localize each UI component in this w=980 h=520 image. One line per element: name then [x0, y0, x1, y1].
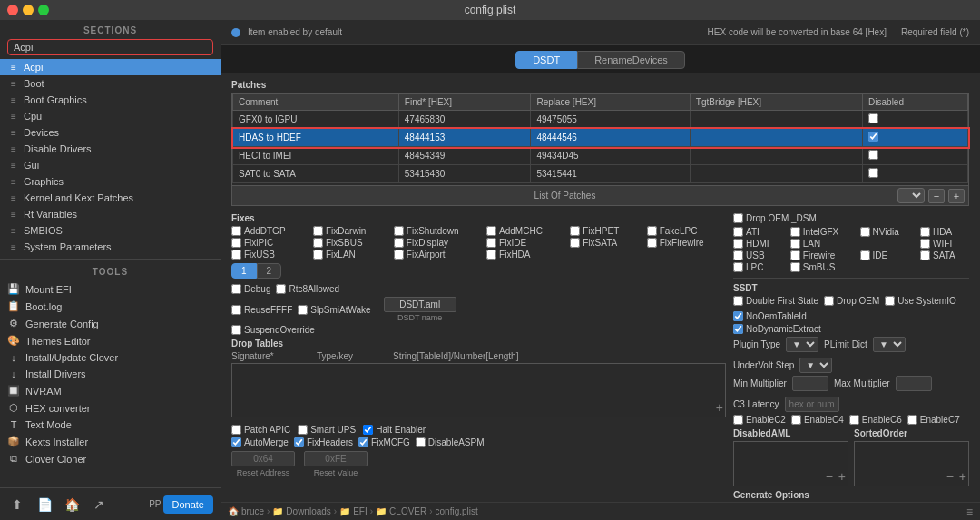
cb-drop-oem: Drop OEM	[824, 296, 879, 306]
cell-comment: HDAS to HDEF	[233, 129, 399, 147]
bottom-toolbar: ⬆ 📄 🏠 ↗ PP Donate	[0, 487, 220, 520]
sidebar-item-boot[interactable]: ≡ Boot	[0, 75, 220, 92]
disabled-aml-plus[interactable]: +	[838, 469, 846, 484]
table-row[interactable]: HECI to IMEI 48454349 49434D45	[233, 147, 968, 165]
close-button[interactable]	[7, 5, 18, 15]
page-tab-2[interactable]: 2	[257, 263, 282, 279]
cb-addmchc: AddMCHC	[486, 226, 564, 236]
sidebar-tool-themes[interactable]: 🎨 Themes Editor	[0, 332, 220, 349]
cb-label: AddDTGP	[244, 226, 286, 236]
cell-comment: GFX0 to IGPU	[233, 111, 399, 129]
sidebar-tool-install-drivers[interactable]: ↓ Install Drivers	[0, 366, 220, 382]
table-row-selected[interactable]: HDAS to HDEF 48444153 48444546	[233, 129, 968, 147]
cell-tgtbridge	[690, 129, 862, 147]
min-mult-input[interactable]	[792, 376, 828, 391]
cb-fixsata: FixSATA	[570, 238, 641, 248]
bc-icon-home: 🏠	[228, 506, 239, 516]
sidebar-tool-kexts[interactable]: 📦 Kexts Installer	[0, 433, 220, 450]
cb-suspend: SuspendOverride	[231, 325, 315, 335]
sidebar-tool-clover-cloner[interactable]: ⧉ Clover Cloner	[0, 450, 220, 467]
search-input[interactable]	[7, 39, 213, 55]
toolbar-icon-1[interactable]: ⬆	[7, 495, 27, 515]
fix-mcfg-label: FixMCFG	[371, 437, 410, 447]
reset-val-input[interactable]	[304, 451, 368, 466]
col-comment: Comment	[233, 94, 399, 111]
clover-cloner-icon: ⧉	[7, 453, 20, 465]
sidebar-item-boot-graphics[interactable]: ≡ Boot Graphics	[0, 92, 220, 108]
ssdt-section: SSDT Double First State Drop OEM Use Sys…	[733, 283, 969, 502]
toolbar-icon-2[interactable]: 📄	[34, 495, 54, 515]
cb-intelgfx: IntelGFX	[790, 227, 853, 237]
minimize-button[interactable]	[23, 5, 34, 15]
table-minus-btn[interactable]: −	[928, 189, 945, 203]
sorted-order-plus[interactable]: +	[959, 469, 966, 484]
maximize-button[interactable]	[38, 5, 49, 15]
drop-tables-plus[interactable]: +	[716, 400, 723, 415]
cb-firewire: Firewire	[790, 250, 853, 260]
sidebar-item-cpu[interactable]: ≡ Cpu	[0, 108, 220, 124]
sorted-order-minus[interactable]: −	[946, 469, 954, 484]
cell-disabled	[863, 147, 968, 165]
right-panel: Drop OEM _DSM ATI IntelGFX NVidia HDA HD…	[733, 213, 969, 502]
sidebar-item-acpi[interactable]: ≡ Acpi	[0, 59, 220, 75]
undervolt-select[interactable]: ▼	[799, 358, 832, 373]
sidebar-item-devices[interactable]: ≡ Devices	[0, 124, 220, 141]
sidebar-item-kernel-kext[interactable]: ≡ Kernel and Kext Patches	[0, 190, 220, 206]
sidebar-tool-gen-config[interactable]: ⚙ Generate Config	[0, 315, 220, 332]
content-area: Patches Comment Find* [HEX] Replace [HEX…	[220, 73, 980, 502]
sidebar-tool-text-mode[interactable]: T Text Mode	[0, 417, 220, 433]
col-tgtbridge: TgtBridge [HEX]	[690, 94, 862, 111]
cb-patch-apic: Patch APIC	[231, 425, 290, 435]
sidebar-tool-install-clover[interactable]: ↓ Install/Update Clover	[0, 349, 220, 366]
dsdt-file-input[interactable]	[384, 297, 456, 312]
sidebar-tool-mount-efi[interactable]: 💾 Mount EFI	[0, 280, 220, 298]
sidebar-item-sys-params[interactable]: ≡ System Parameters	[0, 239, 220, 255]
plimit-select[interactable]: ▼	[873, 337, 906, 352]
cb-enable-c6: EnableC6	[849, 415, 902, 425]
sidebar-item-smbios[interactable]: ≡ SMBIOS	[0, 222, 220, 239]
sidebar-item-graphics[interactable]: ≡ Graphics	[0, 173, 220, 190]
tool-label: NVRAM	[25, 386, 62, 397]
disable-aspm-label: DisableASPM	[428, 437, 485, 447]
patches-dropdown[interactable]	[897, 188, 925, 203]
toolbar-icon-3[interactable]: 🏠	[62, 495, 82, 515]
sidebar-item-gui[interactable]: ≡ Gui	[0, 157, 220, 173]
patch-apic-row: Patch APIC Smart UPS Halt Enabler	[231, 425, 726, 435]
c3-lat-input[interactable]	[785, 397, 839, 412]
list-of-patches-label: List Of Patches	[236, 191, 894, 201]
cb-auto-merge: AutoMerge	[231, 437, 289, 447]
donate-button[interactable]: Donate	[163, 495, 213, 514]
sidebar-item-label: Gui	[24, 160, 39, 171]
table-row[interactable]: GFX0 to IGPU 47465830 49475055	[233, 111, 968, 129]
sidebar-item-rt-vars[interactable]: ≡ Rt Variables	[0, 206, 220, 222]
toolbar-icon-4[interactable]: ↗	[89, 495, 109, 515]
reset-addr-input[interactable]	[231, 451, 295, 466]
disabled-aml-minus[interactable]: −	[826, 469, 833, 484]
table-row[interactable]: SAT0 to SATA 53415430 53415441	[233, 165, 968, 183]
drop-tables-header: Signature* Type/key String[TableId]/Numb…	[231, 351, 726, 361]
smbios-icon: ≡	[7, 226, 20, 236]
rtc8-label: Rtc8Allowed	[289, 284, 339, 294]
cb-fixusb: FixUSB	[231, 250, 308, 260]
cb-fixfirewire: FixFirewire	[647, 238, 726, 248]
undervolt-label: UnderVolt Step	[733, 360, 794, 370]
page-tab-1[interactable]: 1	[231, 263, 257, 279]
titlebar: config.plist	[0, 0, 980, 20]
tab-rename-devices[interactable]: RenameDevices	[577, 51, 685, 69]
sidebar-tool-hex-converter[interactable]: ⬡ HEX converter	[0, 399, 220, 417]
plugin-type-select[interactable]: ▼	[786, 337, 818, 352]
cb-use-sys: Use SystemIO	[885, 296, 956, 306]
max-mult-input[interactable]	[896, 376, 932, 391]
sidebar-tool-nvram[interactable]: 🔲 NVRAM	[0, 382, 220, 399]
table-plus-btn[interactable]: +	[948, 189, 965, 203]
cb-label: FixSATA	[583, 238, 617, 248]
sorted-order-area: − +	[854, 441, 969, 486]
cb-fixsbus: FixSBUS	[313, 238, 388, 248]
cb-wifi: WIFI	[920, 239, 969, 249]
sidebar-tool-bootlog[interactable]: 📋 Boot.log	[0, 298, 220, 315]
sidebar-item-disable-drivers[interactable]: ≡ Disable Drivers	[0, 141, 220, 157]
cb-debug: Debug	[231, 284, 270, 294]
tab-dsdt[interactable]: DSDT	[515, 51, 577, 69]
cb-label: FakeLPC	[660, 226, 698, 236]
cb-nvidia: NVidia	[860, 227, 914, 237]
